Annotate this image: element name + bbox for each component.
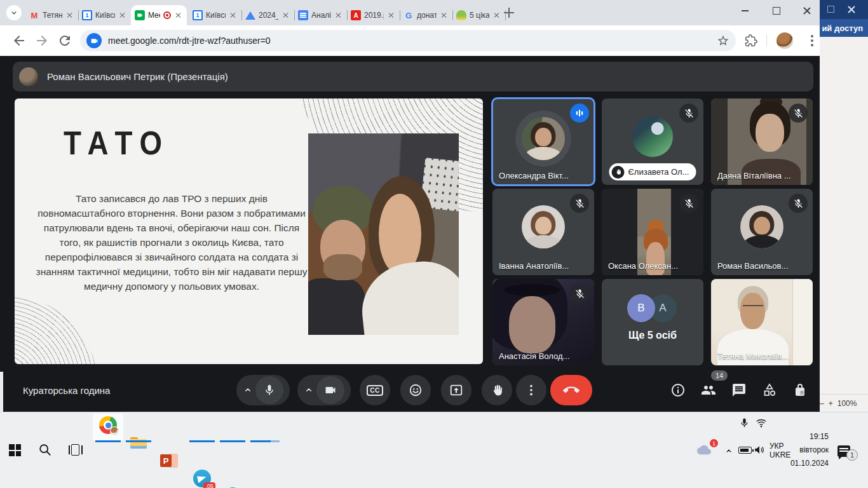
clock-date: 01.10.2024	[787, 457, 829, 470]
onedrive-alert-badge: 1	[710, 439, 718, 447]
tab-close-icon[interactable]	[174, 11, 183, 20]
activities-button[interactable]	[762, 383, 777, 398]
tab-close-icon[interactable]	[65, 11, 74, 20]
volume-icon[interactable]	[754, 444, 765, 456]
tab-calendar-2[interactable]: 1 Київськ	[189, 5, 241, 25]
lock-icon	[792, 383, 808, 398]
cc-icon: CC	[367, 385, 383, 396]
windows-taskbar: P .05 W 1 УКР UKRE 19:15 вівторок 01.10.…	[0, 412, 868, 488]
participant-name: Олександра Вікт...	[499, 171, 569, 180]
captions-button[interactable]: CC	[360, 375, 390, 405]
share-label: ий доступ	[822, 24, 863, 33]
avatar	[522, 117, 565, 160]
window-minimize-button[interactable]	[731, 0, 759, 22]
window-maximize-button[interactable]	[763, 0, 790, 22]
shapes-icon	[762, 383, 777, 398]
camera-toggle-button[interactable]	[316, 376, 344, 404]
taskbar-search-icon[interactable]	[38, 443, 52, 457]
tab-close-icon[interactable]	[281, 11, 290, 20]
back-button[interactable]	[11, 33, 27, 51]
participant-tile-yelyzaveta[interactable]: Єлизавета Ол...	[602, 98, 703, 185]
forward-button[interactable]	[34, 33, 50, 51]
mic-toggle-button[interactable]	[255, 376, 283, 404]
background-window-titlebar	[818, 0, 868, 19]
host-controls-button[interactable]	[792, 383, 808, 398]
slide-photo	[308, 133, 459, 335]
browser-menu-icon[interactable]	[804, 33, 820, 48]
end-call-button[interactable]	[550, 375, 592, 405]
address-bar[interactable]: meet.google.com/rdt-jtre-wzf?authuser=0	[80, 30, 736, 51]
extensions-icon[interactable]	[745, 34, 757, 47]
mic-off-icon	[789, 194, 808, 213]
overflow-participants-tile[interactable]: B A Ще 5 осіб	[602, 279, 703, 365]
browser-toolbar: meet.google.com/rdt-jtre-wzf?authuser=0	[0, 25, 820, 56]
tab-close-icon[interactable]	[492, 11, 501, 20]
taskbar-telegram-icon[interactable]: .05	[193, 470, 211, 487]
tab-emblem[interactable]: 5 цікав	[452, 5, 505, 25]
chat-button[interactable]	[731, 383, 747, 398]
taskbar-powerpoint-icon[interactable]: P	[160, 452, 178, 470]
tab-docs[interactable]: Аналіз	[294, 5, 347, 25]
tab-search-chevron-icon[interactable]	[6, 5, 22, 20]
participant-tile-oleksandra[interactable]: Олександра Вікт...	[492, 98, 594, 185]
present-icon	[449, 383, 463, 397]
participant-tile-dayana[interactable]: Даяна Віталіївна ...	[711, 98, 813, 185]
tab-gmail[interactable]: M Тетяна В	[25, 5, 78, 25]
tray-expand-chevron-icon[interactable]	[724, 447, 733, 456]
tab-close-icon[interactable]	[229, 11, 238, 20]
zoom-statusbar: – + 100%	[818, 394, 868, 412]
zoom-in-button[interactable]: +	[829, 399, 833, 408]
participants-button[interactable]	[701, 383, 716, 398]
reload-button[interactable]	[57, 33, 72, 51]
url-text[interactable]: meet.google.com/rdt-jtre-wzf?authuser=0	[108, 36, 710, 46]
tab-close-icon[interactable]	[334, 11, 343, 20]
presentation-tile[interactable]: ТАТО Тато записався до лав ТРО з перших …	[15, 98, 483, 364]
mic-off-icon	[679, 194, 698, 213]
participant-tile-tetiana[interactable]: Тетяна Миколаїв...	[711, 279, 813, 365]
battery-icon[interactable]	[738, 447, 752, 454]
meeting-details-button[interactable]	[670, 383, 686, 398]
mic-options-chevron-icon[interactable]	[243, 385, 253, 395]
participant-name: Єлизавета Ол...	[628, 167, 689, 177]
profile-avatar[interactable]	[776, 32, 793, 49]
participant-count-badge: 14	[711, 370, 728, 381]
task-view-icon[interactable]	[69, 444, 83, 456]
tab-drive[interactable]: 2024_П	[241, 5, 294, 25]
start-button[interactable]	[9, 444, 21, 456]
taskbar-explorer-icon[interactable]	[130, 434, 147, 452]
tab-close-icon[interactable]	[387, 11, 396, 20]
restore-icon[interactable]	[827, 6, 834, 13]
participant-tile-anastasia[interactable]: Анастасія Волод...	[492, 279, 594, 365]
tab-google-search[interactable]: G донат ц	[400, 5, 452, 25]
camera-options-chevron-icon[interactable]	[304, 385, 314, 395]
tab-close-icon[interactable]	[440, 11, 449, 20]
close-icon[interactable]	[846, 4, 857, 15]
reactions-button[interactable]	[400, 375, 431, 405]
participant-tile-roman[interactable]: Роман Васильов...	[711, 189, 813, 275]
tray-wifi-icon[interactable]	[756, 417, 767, 429]
camera-permission-icon[interactable]	[86, 33, 102, 48]
onedrive-icon[interactable]: 1	[694, 443, 714, 457]
tab-calendar-1[interactable]: 1 Київськ	[78, 5, 131, 25]
running-indicator	[220, 440, 245, 442]
tray-mic-icon[interactable]	[739, 417, 750, 428]
participant-tile-ivanna[interactable]: Іванна Анатоліїв...	[492, 189, 594, 275]
taskbar-chrome-icon[interactable]	[99, 416, 117, 434]
new-tab-button[interactable]	[504, 8, 514, 18]
tab-meet-active[interactable]: Mee	[131, 5, 187, 25]
participant-tile-oksana[interactable]: Оксана Олексан...	[602, 189, 703, 275]
present-button[interactable]	[441, 375, 471, 405]
more-options-button[interactable]	[516, 375, 546, 405]
tab-pdf[interactable]: A 2019.pd	[347, 5, 400, 25]
meet-call-area: Роман Васильович Петрик (Презентація) ТА…	[0, 56, 820, 412]
tab-close-icon[interactable]	[118, 11, 127, 20]
bookmark-star-icon[interactable]	[717, 34, 729, 47]
raise-hand-button[interactable]	[482, 375, 512, 405]
participant-name: Даяна Віталіївна ...	[717, 171, 791, 180]
presenter-avatar	[19, 67, 38, 86]
window-close-button[interactable]	[793, 0, 821, 22]
zoom-out-button[interactable]: –	[820, 399, 824, 408]
avatar	[740, 205, 783, 248]
taskbar-clock[interactable]: 19:15 вівторок 01.10.2024	[787, 430, 829, 470]
share-button[interactable]: ий доступ	[818, 19, 868, 37]
